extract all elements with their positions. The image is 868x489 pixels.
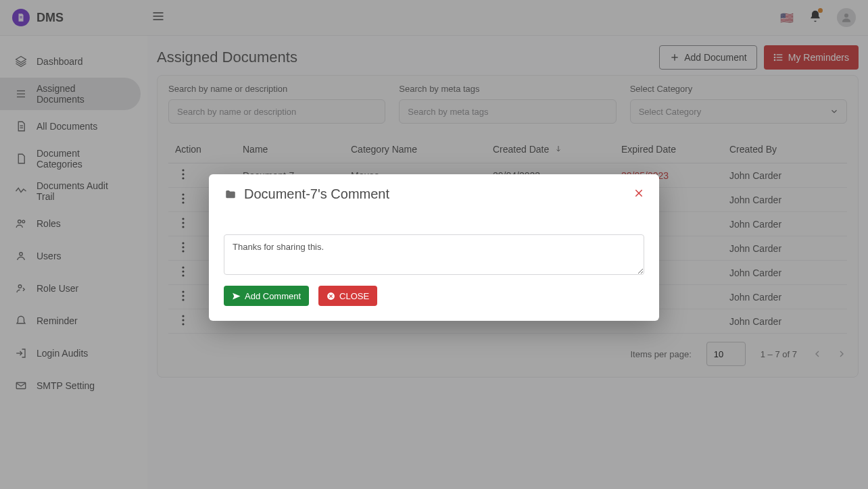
close-modal-button[interactable]: CLOSE xyxy=(318,286,377,306)
comment-input[interactable] xyxy=(224,234,644,275)
folder-icon xyxy=(224,188,237,201)
modal-close-button[interactable] xyxy=(633,188,644,201)
close-circle-icon xyxy=(327,292,335,301)
modal-title: Document-7's Comment xyxy=(244,186,389,202)
send-icon xyxy=(232,292,241,301)
comment-modal: Document-7's Comment Add Comment CLOSE xyxy=(209,174,659,321)
add-comment-button[interactable]: Add Comment xyxy=(224,286,309,306)
